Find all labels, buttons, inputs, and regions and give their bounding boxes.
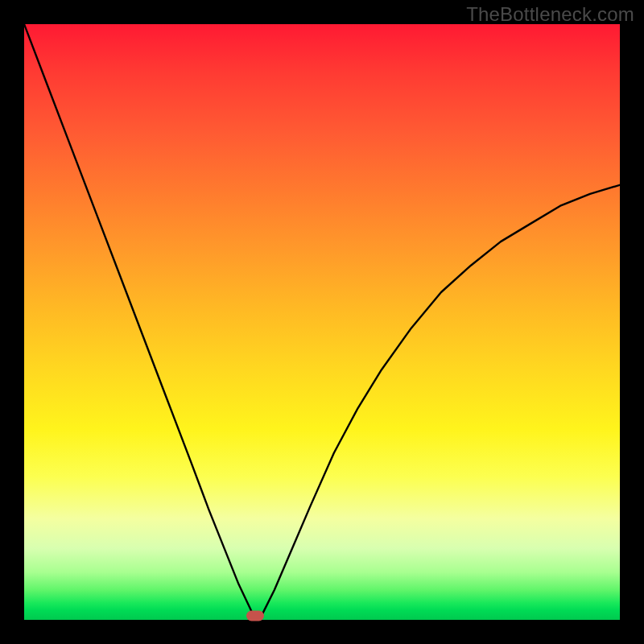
- curve-svg: [24, 24, 620, 620]
- bottleneck-curve-path: [24, 24, 620, 620]
- watermark-text: TheBottleneck.com: [466, 3, 634, 26]
- chart-frame: TheBottleneck.com: [0, 0, 644, 644]
- min-marker: [246, 610, 264, 621]
- plot-area: [24, 24, 620, 620]
